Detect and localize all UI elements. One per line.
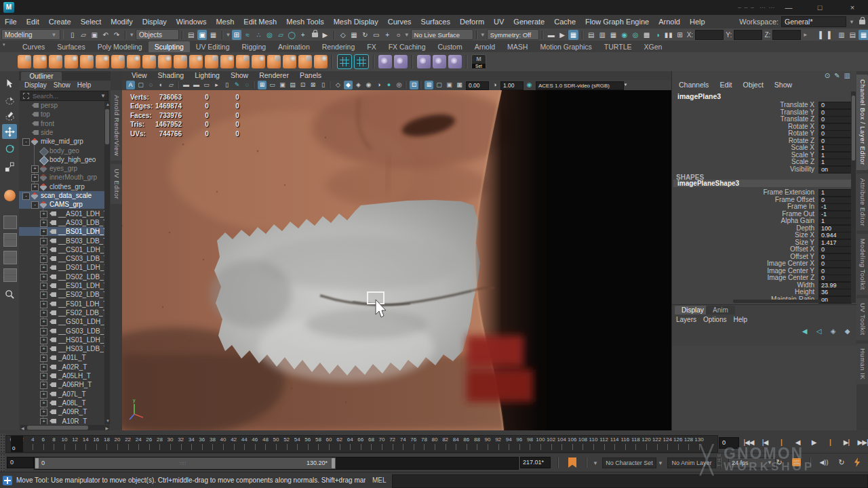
attr-value-size-y[interactable]: 1.417 <box>818 239 852 247</box>
outliner-item-a02r-t[interactable]: +_A02R_T <box>19 363 104 371</box>
anim-layer-dropdown-icon[interactable]: ▼ <box>658 460 663 466</box>
scale-tool-button[interactable] <box>2 159 17 174</box>
menu-generate[interactable]: Generate <box>509 15 549 28</box>
select-components-icon[interactable]: ▦ <box>208 30 218 40</box>
select-objects-icon[interactable]: ▣ <box>197 30 207 40</box>
menu-display[interactable]: Display <box>138 15 172 28</box>
grid-icon[interactable]: ⊞ <box>258 81 267 89</box>
menu-flow-graph-engine[interactable]: Flow Graph Engine <box>580 15 654 28</box>
outliner-item-gs01-ldh-t[interactable]: +__GS01_LDH_T <box>19 317 104 326</box>
selection-mask-icon[interactable]: ▢ <box>136 81 145 89</box>
attr-value-alpha-gain[interactable]: 1 <box>818 218 852 225</box>
outliner-item-gs03-ldb-t[interactable]: +__GS03_LDB_T <box>19 327 104 336</box>
shelf-tab-turtle[interactable]: TURTLE <box>598 41 638 52</box>
snap-dropdown-icon[interactable]: ▼ <box>226 32 231 38</box>
shelf-tab-motion-graphics[interactable]: Motion Graphics <box>534 41 597 52</box>
quick-rig-icon[interactable]: ⊞ <box>675 30 684 40</box>
attr-value-scale-x[interactable]: 1 <box>818 144 852 152</box>
knife-tool-icon[interactable] <box>220 55 234 68</box>
animation-end-field[interactable]: 217.01* <box>520 457 551 468</box>
attr-value-frame-out[interactable]: -1 <box>818 211 852 218</box>
rebuild-icon[interactable]: ○ <box>393 30 403 40</box>
playback-end-handle[interactable] <box>332 458 335 468</box>
gate-mask-icon[interactable]: ▤ <box>288 81 297 89</box>
channel-box-scrollbar[interactable] <box>851 92 856 303</box>
outliner-item-ds01-ldh-t[interactable]: +__DS01_LDH_T <box>19 263 104 272</box>
smooth-tool-icon[interactable] <box>33 55 47 68</box>
time-editor-mute-icon[interactable] <box>792 458 801 466</box>
expand-toggle-icon[interactable]: + <box>40 409 47 416</box>
menu-file[interactable]: File <box>0 15 22 28</box>
expand-toggle-icon[interactable]: + <box>40 328 47 336</box>
attr-value-scale-z[interactable]: 1 <box>818 159 852 166</box>
use-all-lights-icon[interactable]: ◉ <box>364 81 373 89</box>
select-camera-icon[interactable]: ▬ <box>182 81 191 89</box>
toggle-tool-settings-icon[interactable]: ▌ <box>825 30 835 40</box>
playback-start-handle[interactable] <box>35 458 39 468</box>
outliner-item-cs03-ldb-t[interactable]: +__CS03_LDB_T <box>19 254 104 263</box>
menu-mesh[interactable]: Mesh <box>211 15 239 28</box>
range-slider-grip[interactable] <box>0 453 5 472</box>
time-slider-track[interactable]: 0246810121416182022242628303234363840424… <box>5 435 718 453</box>
search-filter-icon[interactable] <box>23 93 29 99</box>
outliner-item-bs03-ldb-t[interactable]: +__BS03_LDB_T <box>19 237 104 245</box>
gamma-field[interactable]: 1.00 <box>500 81 524 90</box>
grab-tool-icon[interactable] <box>64 55 78 68</box>
animation-start-field[interactable]: 0 <box>7 457 34 468</box>
hypershade-icon[interactable]: ◎ <box>631 30 640 40</box>
attr-value-maintain-ratio[interactable]: on <box>818 296 852 304</box>
persp-uv-layout-button[interactable] <box>3 268 17 282</box>
character-set-dropdown-icon[interactable]: ▼ <box>593 460 598 466</box>
exposure-icon[interactable]: ◐ <box>456 81 465 89</box>
layer-menu-layers[interactable]: Layers <box>676 316 696 323</box>
viewport-canvas[interactable]: y Verts:73606300Edges:146987400Faces:733… <box>122 90 671 430</box>
scene-render-icon[interactable]: ▣ <box>445 81 454 89</box>
timeline-playhead[interactable]: 0 <box>11 436 23 452</box>
menu-modify[interactable]: Modify <box>106 15 137 28</box>
wireframe-icon[interactable]: ◇ <box>334 81 342 89</box>
xray-icon[interactable]: ◐ <box>157 81 165 89</box>
outliner-item-a09r-t[interactable]: +_A09R_T <box>19 407 104 416</box>
construction-history-icon[interactable]: ↻ <box>360 30 370 40</box>
highlight-selection-icon[interactable]: ▶ <box>320 30 330 40</box>
viewport-menu-lighting[interactable]: Lighting <box>189 71 225 80</box>
sidebar-tab-modeling-toolkit[interactable]: Modeling Toolkit <box>856 234 868 295</box>
shelf-tab-curves[interactable]: Curves <box>16 41 51 52</box>
outliner-vertical-scrollbar[interactable]: ▲ ▼ <box>104 101 110 424</box>
viewport-menu-panels[interactable]: Panels <box>294 71 327 80</box>
add-operation-icon[interactable]: + <box>382 30 392 40</box>
expand-toggle-icon[interactable]: + <box>40 310 47 317</box>
output-operations-icon[interactable]: ▦ <box>349 30 359 40</box>
snap-to-point-icon[interactable]: ∴ <box>254 30 263 40</box>
expand-toggle-icon[interactable]: + <box>40 346 47 353</box>
sidebar-tab-human-ik[interactable]: Human IK <box>856 344 868 384</box>
stroke-select-icon[interactable]: ◌ <box>243 81 252 89</box>
select-tool-icon[interactable]: A <box>126 81 135 89</box>
layer-tab-anim[interactable]: Anim <box>706 306 735 314</box>
retopologize-tool-icon[interactable] <box>354 54 369 69</box>
unfreeze-tool-icon[interactable] <box>298 55 312 68</box>
move-layer-up-icon[interactable]: ◀ <box>800 327 809 336</box>
attr-value-width[interactable]: 23.99 <box>818 282 852 289</box>
pinch-tool-icon[interactable] <box>80 55 94 68</box>
workspace-lock-icon[interactable] <box>859 20 865 24</box>
sidebar-tab-uv-toolkit[interactable]: UV Toolkit <box>856 298 868 340</box>
attr-value-translate-y[interactable]: 0 <box>818 109 852 117</box>
menu-help[interactable]: Help <box>685 15 710 28</box>
save-scene-icon[interactable]: ▣ <box>90 30 99 40</box>
outliner-item-persp[interactable]: persp <box>19 101 104 110</box>
step-back-key-button[interactable]: |◀ <box>757 436 773 449</box>
shelf-tab-rigging[interactable]: Rigging <box>235 41 272 52</box>
wax-tool-icon[interactable] <box>174 55 187 68</box>
outliner-item-a05lh-t[interactable]: +_A05LH_T <box>19 371 104 380</box>
fill-tool-icon[interactable] <box>205 55 218 68</box>
create-bookmark-icon[interactable] <box>568 458 576 468</box>
mirror-paint-tool-icon[interactable] <box>433 55 446 68</box>
move-layer-down-icon[interactable]: ◁ <box>814 327 823 336</box>
toggle-humanik-icon[interactable]: ▤ <box>848 30 857 40</box>
expand-toggle-icon[interactable]: + <box>31 174 39 182</box>
outliner-item-a10r-t[interactable]: +_A10R_T <box>19 417 104 425</box>
shelf-tab-fx[interactable]: FX <box>361 41 382 52</box>
sequence-render-icon[interactable]: ▥ <box>597 30 607 40</box>
four-pane-layout-button[interactable] <box>3 233 17 247</box>
